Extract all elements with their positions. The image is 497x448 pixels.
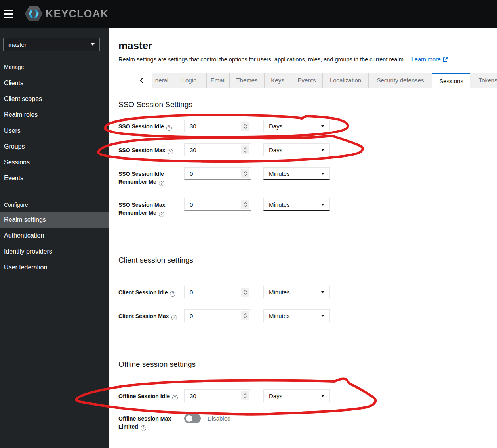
number-input[interactable] <box>185 310 236 322</box>
client-session-idle-input <box>184 286 251 298</box>
page-description: Realm settings are settings that control… <box>118 56 405 63</box>
tab-spacer <box>109 73 131 88</box>
external-link-icon <box>443 57 448 62</box>
tab-themes[interactable]: Themes <box>230 73 265 88</box>
caret-down-icon <box>321 291 324 293</box>
learn-more-link[interactable]: Learn more <box>411 56 448 63</box>
number-input[interactable] <box>185 144 236 156</box>
page-title: master <box>118 39 497 52</box>
chevron-down-icon <box>244 396 247 398</box>
sso-session-idle-input <box>184 120 251 132</box>
realm-selector-dropdown[interactable]: master <box>3 38 100 51</box>
sidebar-item-groups[interactable]: Groups <box>0 139 109 154</box>
caret-down-icon <box>321 204 324 206</box>
nav-group-label-manage: Manage <box>0 56 109 74</box>
help-icon[interactable]: ? <box>141 425 146 431</box>
number-input[interactable] <box>185 120 236 132</box>
help-icon[interactable]: ? <box>159 181 164 186</box>
tab-localization[interactable]: Localization <box>323 73 369 88</box>
field-label: SSO Session Max? <box>118 143 184 154</box>
help-icon[interactable]: ? <box>172 395 178 400</box>
chevron-down-icon <box>244 174 247 176</box>
sidebar-item-authentication[interactable]: Authentication <box>0 228 109 244</box>
number-stepper[interactable] <box>241 122 249 131</box>
number-stepper[interactable] <box>241 169 249 178</box>
main-content: master Realm settings are settings that … <box>109 28 497 448</box>
sso-session-idle-unit-select[interactable]: Days <box>263 120 330 132</box>
client-session-max-unit-select[interactable]: Minutes <box>263 309 330 322</box>
tab-scroll-left-button[interactable] <box>131 73 152 88</box>
realm-selector-value: master <box>8 41 27 48</box>
caret-down-icon <box>321 149 324 151</box>
chevron-down-icon <box>244 126 247 129</box>
chevron-up-icon <box>244 202 247 204</box>
help-icon[interactable]: ? <box>166 125 172 131</box>
sso-max-remember-me-unit-select[interactable]: Minutes <box>263 198 330 211</box>
client-session-idle-unit-select[interactable]: Minutes <box>263 286 330 298</box>
brand-text: KEYCLOAK <box>46 8 109 20</box>
sidebar-item-realm-settings[interactable]: Realm settings <box>0 212 109 228</box>
help-icon[interactable]: ? <box>170 291 175 297</box>
sso-session-max-row: SSO Session Max? Days <box>118 143 497 156</box>
sidebar-item-sessions[interactable]: Sessions <box>0 154 109 170</box>
tab-security-defenses[interactable]: Security defenses <box>369 73 432 88</box>
sidebar-item-clients[interactable]: Clients <box>0 75 109 91</box>
hamburger-menu-icon[interactable] <box>4 10 13 18</box>
number-input[interactable] <box>185 390 236 402</box>
chevron-left-icon <box>139 78 143 83</box>
offline-session-max-limited-row: Offline Session Max Limited? Disabled <box>118 412 497 431</box>
nav-group-label-configure: Configure <box>0 194 109 212</box>
tab-tokens[interactable]: Tokens <box>470 73 497 88</box>
help-icon[interactable]: ? <box>171 315 177 320</box>
sidebar-item-realm-roles[interactable]: Realm roles <box>0 107 109 123</box>
tab-events[interactable]: Events <box>291 73 323 88</box>
section-heading-offline-session: Offline session settings <box>118 360 497 369</box>
sidebar-item-users[interactable]: Users <box>0 123 109 139</box>
section-heading-client-session: Client session settings <box>118 255 497 265</box>
tab-general-clipped[interactable]: neral <box>152 73 172 88</box>
help-icon[interactable]: ? <box>168 149 173 154</box>
field-label: Client Session Idle? <box>118 286 184 297</box>
sidebar-item-events[interactable]: Events <box>0 170 109 186</box>
sidebar-item-client-scopes[interactable]: Client scopes <box>0 91 109 107</box>
sso-session-max-unit-select[interactable]: Days <box>263 143 330 156</box>
sidebar-item-user-federation[interactable]: User federation <box>0 259 109 275</box>
number-input[interactable] <box>185 286 236 298</box>
number-stepper[interactable] <box>241 391 249 400</box>
offline-session-idle-input <box>184 389 251 402</box>
number-stepper[interactable] <box>241 288 249 297</box>
chevron-up-icon <box>244 393 247 396</box>
chevron-up-icon <box>244 171 247 173</box>
caret-down-icon <box>321 315 324 317</box>
number-stepper[interactable] <box>241 200 249 209</box>
client-session-max-input <box>184 309 251 322</box>
number-stepper[interactable] <box>241 145 249 154</box>
sidebar-item-identity-providers[interactable]: Identity providers <box>0 244 109 259</box>
tab-login[interactable]: Login <box>172 73 207 88</box>
sidebar: master Manage Clients Client scopes Real… <box>0 28 109 448</box>
tab-keys[interactable]: Keys <box>265 73 291 88</box>
tab-bar: neral Login Email Themes Keys Events Loc… <box>109 73 497 88</box>
caret-down-icon <box>321 395 324 397</box>
sso-max-remember-me-input <box>184 198 251 211</box>
help-icon[interactable]: ? <box>159 212 164 217</box>
sso-idle-remember-me-input <box>184 167 251 180</box>
number-input[interactable] <box>185 198 236 210</box>
chevron-down-icon <box>244 205 247 207</box>
sso-idle-remember-me-unit-select[interactable]: Minutes <box>263 167 330 180</box>
chevron-up-icon <box>244 147 247 150</box>
caret-down-icon <box>321 125 324 127</box>
keycloak-logo[interactable]: KEYCLOAK <box>25 6 109 22</box>
chevron-up-icon <box>244 124 247 126</box>
number-input[interactable] <box>185 168 236 179</box>
offline-session-max-limited-toggle[interactable] <box>184 414 201 423</box>
sso-session-max-remember-me-row: SSO Session Max Remember Me? Minutes <box>118 198 497 217</box>
chevron-down-icon <box>244 316 247 318</box>
sso-session-idle-row: SSO Session Idle? Days <box>118 120 497 132</box>
chevron-up-icon <box>244 290 247 292</box>
tab-email[interactable]: Email <box>207 73 230 88</box>
number-stepper[interactable] <box>241 311 249 320</box>
tab-sessions[interactable]: Sessions <box>432 73 470 88</box>
offline-session-idle-unit-select[interactable]: Days <box>263 389 330 402</box>
chevron-up-icon <box>244 313 247 316</box>
